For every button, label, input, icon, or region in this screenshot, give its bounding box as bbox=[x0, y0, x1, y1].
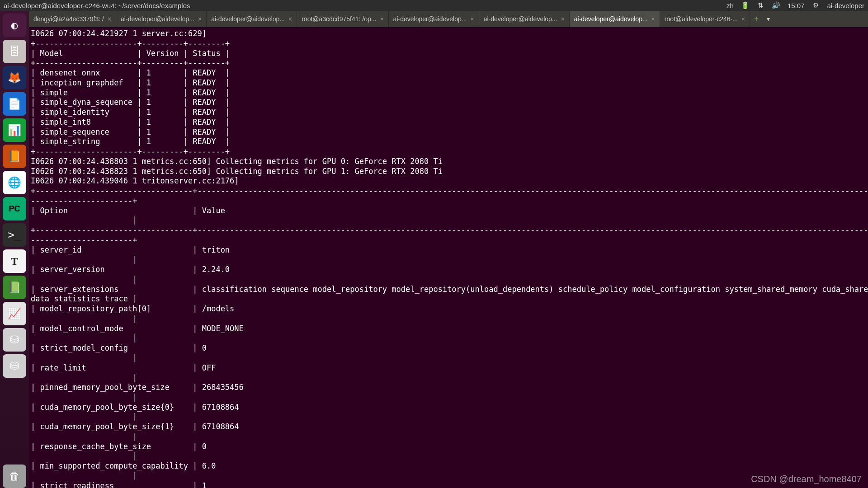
terminal-line: | simple_sequence | 1 | READY | bbox=[31, 127, 866, 137]
terminal-line: | bbox=[31, 412, 866, 422]
close-icon[interactable]: × bbox=[741, 15, 745, 23]
terminal-line: | inception_graphdef | 1 | READY | bbox=[31, 78, 866, 88]
launcher-graph-icon[interactable]: 📈 bbox=[3, 302, 26, 325]
terminal-line: +----------------------------------+----… bbox=[31, 186, 866, 196]
terminal-tab-label: ai-developer@aidevelop... bbox=[484, 15, 557, 23]
terminal-tab[interactable]: root@a3cdcd975f41: /op...× bbox=[297, 11, 388, 27]
terminal-line: | simple_dyna_sequence | 1 | READY | bbox=[31, 98, 866, 108]
launcher-impress-icon[interactable]: 📙 bbox=[3, 145, 26, 168]
launcher-pycharm-icon[interactable]: PC bbox=[3, 197, 26, 221]
terminal-line: | model_repository_path[0] | /models bbox=[31, 304, 866, 314]
clock[interactable]: 15:07 bbox=[788, 2, 805, 9]
launcher-calc-icon[interactable]: 📊 bbox=[3, 118, 26, 142]
terminal-tab-label: root@a3cdcd975f41: /op... bbox=[302, 15, 376, 23]
new-tab-button[interactable]: + bbox=[750, 11, 763, 27]
terminal-tab-label: dengyi@a2a4ec3379f3: / bbox=[33, 15, 104, 23]
top-menu-bar: ai-developer@aideveloper-c246-wu4: ~/ser… bbox=[0, 0, 868, 11]
terminal-line: +----------------------+---------+------… bbox=[31, 39, 866, 49]
terminal-window: dengyi@a2a4ec3379f3: /×ai-developer@aide… bbox=[29, 11, 868, 488]
terminal-line: | bbox=[31, 216, 866, 225]
window-title: ai-developer@aideveloper-c246-wu4: ~/ser… bbox=[4, 2, 726, 9]
terminal-line: +----------------------------------+----… bbox=[31, 225, 866, 235]
terminal-tab[interactable]: ai-developer@aidevelop...× bbox=[570, 11, 660, 27]
terminal-tab[interactable]: ai-developer@aidevelop...× bbox=[389, 11, 479, 27]
terminal-line: ----------------------+ bbox=[31, 235, 866, 245]
terminal-tab[interactable]: ai-developer@aidevelop...× bbox=[116, 11, 207, 27]
system-tray: zh 🔋 ⇅ 🔊 15:07 ⚙ ai-developer bbox=[726, 1, 864, 9]
terminal-line: | simple | 1 | READY | bbox=[31, 88, 866, 98]
terminal-line: | bbox=[31, 255, 866, 265]
terminal-line: data statistics trace | bbox=[31, 294, 866, 304]
close-icon[interactable]: × bbox=[108, 15, 111, 23]
terminal-line: | strict_readiness | 1 bbox=[31, 481, 866, 488]
network-icon[interactable]: ⇅ bbox=[757, 1, 765, 9]
close-icon[interactable]: × bbox=[470, 15, 474, 23]
terminal-line: | server_version | 2.24.0 bbox=[31, 265, 866, 275]
terminal-tab[interactable]: ai-developer@aidevelop...× bbox=[479, 11, 570, 27]
terminal-line: +----------------------+---------+------… bbox=[31, 147, 866, 157]
terminal-tab-label: ai-developer@aidevelop... bbox=[393, 15, 467, 23]
terminal-line: | simple_identity | 1 | READY | bbox=[31, 108, 866, 117]
gear-icon[interactable]: ⚙ bbox=[811, 1, 820, 9]
terminal-line: I0626 07:00:24.421927 1 server.cc:629] bbox=[31, 29, 866, 39]
launcher-dash-icon[interactable]: ◐ bbox=[3, 14, 26, 37]
terminal-line: | densenet_onnx | 1 | READY | bbox=[31, 68, 866, 78]
terminal-tab[interactable]: ai-developer@aidevelop...× bbox=[207, 11, 297, 27]
terminal-line: | bbox=[31, 353, 866, 363]
terminal-tab[interactable]: dengyi@a2a4ec3379f3: /× bbox=[29, 11, 116, 27]
launcher: ◐🗄🦊📄📊📙🌐PC>_T📗📈⛁⛁🗑 bbox=[0, 11, 29, 488]
terminal-line: ----------------------+ bbox=[31, 196, 866, 206]
launcher-book-icon[interactable]: 📗 bbox=[3, 276, 26, 299]
terminal-tab-bar: dengyi@a2a4ec3379f3: /×ai-developer@aide… bbox=[29, 11, 868, 27]
terminal-line: | server_extensions | classification seq… bbox=[31, 285, 866, 295]
launcher-writer-icon[interactable]: 📄 bbox=[3, 92, 26, 116]
terminal-line: | cuda_memory_pool_byte_size{1} | 671088… bbox=[31, 422, 866, 432]
close-icon[interactable]: × bbox=[561, 15, 565, 23]
tab-menu-button[interactable]: ▾ bbox=[763, 11, 774, 27]
battery-icon[interactable]: 🔋 bbox=[741, 1, 750, 9]
terminal-tab-label: ai-developer@aidevelop... bbox=[121, 15, 194, 23]
terminal-line: | bbox=[31, 373, 866, 383]
close-icon[interactable]: × bbox=[198, 15, 202, 23]
close-icon[interactable]: × bbox=[651, 15, 655, 23]
launcher-text-icon[interactable]: T bbox=[3, 249, 26, 273]
terminal-line: | simple_int8 | 1 | READY | bbox=[31, 117, 866, 127]
volume-icon[interactable]: 🔊 bbox=[772, 1, 780, 9]
terminal-line: | bbox=[31, 432, 866, 442]
terminal-line: I0626 07:00:24.438803 1 metrics.cc:650] … bbox=[31, 157, 866, 167]
launcher-chrome-icon[interactable]: 🌐 bbox=[3, 171, 26, 194]
terminal-tab-label: ai-developer@aidevelop... bbox=[211, 15, 285, 23]
terminal-output[interactable]: I0626 07:00:24.421927 1 server.cc:629]+-… bbox=[29, 27, 868, 488]
terminal-line: | bbox=[31, 471, 866, 481]
terminal-line: | Model | Version | Status | bbox=[31, 49, 866, 59]
close-icon[interactable]: × bbox=[288, 15, 292, 23]
launcher-terminal-icon[interactable]: >_ bbox=[3, 223, 26, 247]
terminal-tab[interactable]: root@aideveloper-c246-...× bbox=[660, 11, 750, 27]
terminal-line: | strict_model_config | 0 bbox=[31, 343, 866, 353]
launcher-firefox-icon[interactable]: 🦊 bbox=[3, 66, 26, 89]
launcher-trash-icon[interactable]: 🗑 bbox=[3, 465, 26, 488]
terminal-line: | rate_limit | OFF bbox=[31, 363, 866, 373]
terminal-line: | simple_string | 1 | READY | bbox=[31, 137, 866, 147]
terminal-line: | bbox=[31, 314, 866, 324]
terminal-line: | min_supported_compute_capability | 6.0 bbox=[31, 461, 866, 471]
terminal-line: | bbox=[31, 393, 866, 403]
terminal-line: | bbox=[31, 333, 866, 343]
launcher-disk2-icon[interactable]: ⛁ bbox=[3, 354, 26, 378]
terminal-line: | response_cache_byte_size | 0 bbox=[31, 442, 866, 452]
input-method-icon[interactable]: zh bbox=[726, 1, 734, 9]
session-user[interactable]: ai-developer bbox=[827, 2, 864, 9]
terminal-line: I0626 07:00:24.439046 1 tritonserver.cc:… bbox=[31, 176, 866, 186]
launcher-files-icon[interactable]: 🗄 bbox=[3, 40, 26, 63]
terminal-tab-label: ai-developer@aidevelop... bbox=[574, 15, 648, 23]
terminal-line: | model_control_mode | MODE_NONE bbox=[31, 324, 866, 334]
terminal-line: | Option | Value bbox=[31, 206, 866, 216]
terminal-line: | pinned_memory_pool_byte_size | 2684354… bbox=[31, 383, 866, 393]
terminal-line: | bbox=[31, 275, 866, 285]
terminal-line: | cuda_memory_pool_byte_size{0} | 671088… bbox=[31, 403, 866, 413]
launcher-disk1-icon[interactable]: ⛁ bbox=[3, 328, 26, 352]
close-icon[interactable]: × bbox=[380, 15, 383, 23]
terminal-tab-label: root@aideveloper-c246-... bbox=[665, 15, 738, 23]
terminal-line: | bbox=[31, 451, 866, 461]
terminal-line: +----------------------+---------+------… bbox=[31, 58, 866, 68]
